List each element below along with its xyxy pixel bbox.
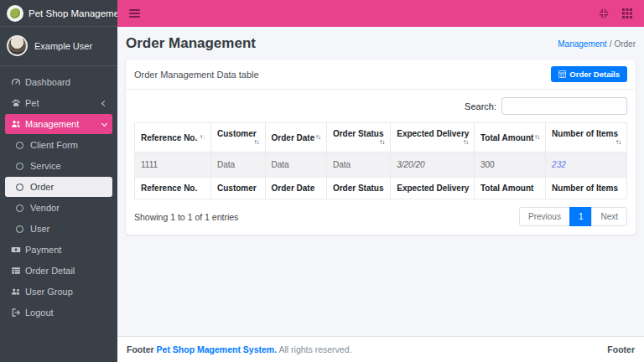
grid-menu-icon[interactable]	[622, 8, 632, 18]
column-header-order-status[interactable]: Order Status↑↓	[326, 123, 390, 153]
pagination-next-button[interactable]: Next	[591, 207, 627, 226]
footer-prefix: Footer	[127, 344, 154, 354]
order-details-button-label: Order Details	[569, 70, 620, 79]
column-header-expected-delivery[interactable]: Expected Delivery↑↓	[391, 123, 475, 153]
chevron-left-icon	[101, 100, 107, 106]
sidebar-item-label: Dashboard	[25, 77, 70, 87]
footer-total-amount: Total Amount	[475, 178, 546, 199]
users-icon	[11, 119, 25, 129]
sidebar-item-label: User Group	[25, 287, 73, 297]
sort-icon: ↑↓	[463, 138, 468, 146]
sidebar-item-pet[interactable]: Pet	[5, 93, 112, 113]
sidebar-item-order-detail[interactable]: Order Detail	[5, 261, 112, 281]
search-label: Search:	[465, 101, 496, 111]
pagination: Previous 1 Next	[519, 207, 627, 226]
footer-right: Footer	[607, 344, 635, 354]
sidebar-item-vendor[interactable]: Vendor	[5, 198, 112, 218]
sidebar-item-dashboard[interactable]: Dashboard	[5, 72, 112, 92]
data-table-card: Order Management Data table Order Detail…	[126, 59, 636, 235]
page-title: Order Management	[126, 35, 256, 52]
breadcrumb-current: Order	[614, 39, 636, 49]
sidebar-item-label: Vendor	[30, 203, 60, 213]
orders-table: Reference No.↑↓ Customer↑↓ Order Date↑↓ …	[134, 122, 627, 199]
circle-icon	[16, 184, 30, 191]
avatar	[7, 35, 28, 56]
card-title: Order Management Data table	[134, 70, 259, 80]
sidebar-item-label: Logout	[25, 308, 54, 318]
sidebar-item-label: Order Detail	[25, 266, 75, 276]
footer-rights: All rights reserved.	[278, 344, 351, 354]
user-group-icon	[11, 287, 25, 297]
circle-icon	[16, 225, 30, 233]
column-header-customer[interactable]: Customer↑↓	[210, 123, 265, 153]
sidebar-item-logout[interactable]: Logout	[5, 303, 112, 323]
sidebar-nav: Dashboard Pet Management Client Form	[0, 66, 117, 329]
footer-reference: Reference No.	[135, 178, 211, 199]
sidebar-item-label: Management	[25, 119, 79, 129]
sort-icon: ↑↓	[315, 133, 320, 141]
footer-order-status: Order Status	[326, 178, 390, 199]
table-header-row: Reference No.↑↓ Customer↑↓ Order Date↑↓ …	[135, 123, 627, 153]
pagination-previous-button[interactable]: Previous	[519, 207, 570, 226]
footer-customer: Customer	[210, 178, 265, 199]
main-area: Order Management Management/Order Order …	[117, 0, 644, 362]
footer-brand-link[interactable]: Pet Shop Magement System.	[157, 344, 278, 354]
brand-title: Pet Shop Management	[29, 8, 127, 18]
cell-customer: Data	[210, 153, 265, 178]
fullscreen-toggle-icon[interactable]	[599, 8, 609, 18]
cell-order-status: Data	[326, 153, 390, 178]
column-header-total-amount[interactable]: Total Amount↑↓	[475, 123, 546, 153]
table-list-icon	[11, 266, 25, 276]
table-footer-row: Reference No. Customer Order Date Order …	[135, 178, 627, 199]
order-details-button[interactable]: Order Details	[551, 66, 627, 82]
paw-icon	[11, 98, 25, 108]
app-window: Pet Shop Management Example User Dashboa…	[0, 0, 644, 362]
circle-icon	[16, 204, 30, 212]
circle-icon	[16, 163, 30, 170]
sidebar-item-service[interactable]: Service	[5, 156, 112, 176]
sort-icon: ↑↓	[200, 133, 205, 141]
footer-left: Footer Pet Shop Magement System. All rig…	[127, 344, 351, 354]
column-header-number-of-items[interactable]: Number of Items↑↓	[546, 123, 627, 153]
table-icon	[558, 70, 566, 78]
sidebar-item-client-form[interactable]: Client Form	[5, 135, 112, 155]
cell-reference: 1111	[135, 153, 211, 178]
sign-out-icon	[11, 308, 25, 318]
table-info: Showing 1 to 1 of 1 entries	[134, 212, 238, 222]
breadcrumb: Management/Order	[558, 39, 636, 49]
sidebar-item-label: Order	[30, 182, 54, 192]
column-header-reference[interactable]: Reference No.↑↓	[135, 123, 211, 153]
cell-number-of-items: 232	[546, 153, 627, 178]
user-panel[interactable]: Example User	[0, 27, 117, 66]
pagination-page-1-button[interactable]: 1	[569, 207, 593, 226]
sidebar-item-user-group[interactable]: User Group	[5, 282, 112, 302]
sidebar-item-user[interactable]: User	[5, 219, 112, 239]
table-row: 1111 Data Data Data 3/20/20 300 232	[135, 153, 627, 178]
sidebar-item-payment[interactable]: Payment	[5, 240, 112, 260]
sidebar-item-label: Payment	[25, 245, 61, 255]
footer-order-date: Order Date	[265, 178, 326, 199]
brand[interactable]: Pet Shop Management	[0, 0, 117, 27]
breadcrumb-link-management[interactable]: Management	[558, 39, 606, 49]
menu-toggle-icon[interactable]	[129, 8, 140, 19]
search-input[interactable]	[501, 97, 627, 115]
sort-icon: ↑↓	[379, 138, 384, 146]
page-footer: Footer Pet Shop Magement System. All rig…	[117, 336, 644, 362]
app-logo-icon	[7, 5, 23, 22]
sidebar-item-order[interactable]: Order	[5, 177, 112, 197]
sidebar-item-label: Pet	[25, 98, 39, 108]
sort-icon: ↑↓	[254, 138, 259, 146]
sidebar-item-management[interactable]: Management	[5, 114, 112, 134]
sort-icon: ↑↓	[615, 138, 621, 146]
sidebar: Pet Shop Management Example User Dashboa…	[0, 0, 117, 362]
dashboard-icon	[11, 77, 25, 87]
number-of-items-link[interactable]: 232	[552, 160, 566, 169]
circle-icon	[16, 142, 30, 149]
sidebar-item-label: Client Form	[30, 140, 78, 150]
sort-icon: ↑↓	[534, 133, 539, 141]
sidebar-item-label: User	[30, 224, 49, 234]
footer-number-of-items: Number of Items	[546, 178, 627, 199]
cell-total-amount: 300	[475, 153, 546, 178]
column-header-order-date[interactable]: Order Date↑↓	[265, 123, 326, 153]
cell-order-date: Data	[265, 153, 326, 178]
